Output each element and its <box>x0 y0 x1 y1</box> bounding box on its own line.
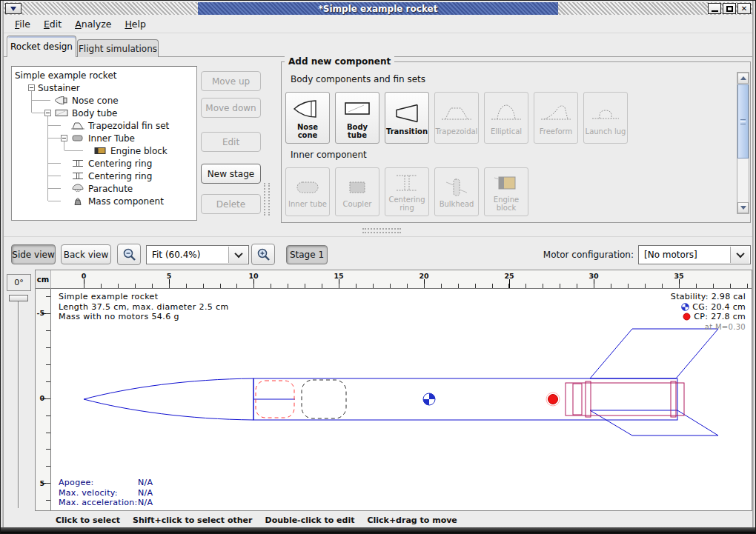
motor-combo-arrow[interactable] <box>730 247 749 263</box>
vertical-splitter-grip[interactable] <box>264 183 270 216</box>
add-freeform-label: Freeform <box>540 127 573 136</box>
motor-configuration-label: Motor configuration: <box>523 250 634 260</box>
menu-analyze[interactable]: Analyze <box>68 16 118 32</box>
cp-label: CP: <box>694 312 708 322</box>
motor-configuration-combobox[interactable]: [No motors] <box>638 245 751 264</box>
new-stage-button[interactable]: New stage <box>201 164 261 184</box>
tab-rocket-design[interactable]: Rocket design <box>7 36 76 57</box>
add-inner-tube-label: Inner tube <box>288 200 327 208</box>
centering-ring-icon <box>70 171 85 181</box>
add-centering-ring-button: Centering ring <box>385 167 429 216</box>
add-body-tube-button[interactable]: Body tube <box>335 92 379 144</box>
back-view-label: Back view <box>64 250 109 260</box>
close-button[interactable]: ✕ <box>737 3 751 14</box>
tree-item-rocket[interactable]: Simple example rocket <box>12 69 196 81</box>
cg-legend-icon <box>681 303 689 311</box>
move-down-label: Move down <box>205 103 256 113</box>
inner-tube-icon <box>70 133 85 143</box>
rocket-design-canvas[interactable]: Simple example rocket Length 37.5 cm, ma… <box>51 289 752 510</box>
zoom-level-combobox[interactable]: Fit (60.4%) <box>146 245 249 264</box>
cg-value: 20.4 cm <box>711 302 746 313</box>
h-tick-label: 10 <box>248 272 258 280</box>
tree-item-centering-ring-1[interactable]: Centering ring <box>12 157 196 170</box>
menu-edit[interactable]: Edit <box>37 16 68 32</box>
title-bar[interactable]: *Simple example rocket ✕ <box>4 2 752 15</box>
tree-item-centering-ring-2[interactable]: Centering ring <box>12 170 196 182</box>
rotation-angle-field[interactable]: 0° <box>7 274 31 291</box>
horizontal-splitter[interactable] <box>4 224 752 236</box>
window-menu-button[interactable] <box>5 3 21 14</box>
hint-click-select: Click to select <box>56 515 120 525</box>
add-trapezoidal-button: Trapezoidal <box>434 92 479 144</box>
max-velocity-value: N/A <box>138 488 153 498</box>
back-view-button[interactable]: Back view <box>61 244 111 264</box>
move-down-button: Move down <box>201 98 261 118</box>
tree-item-sustainer[interactable]: Sustainer <box>12 81 196 94</box>
rotation-slider-handle[interactable] <box>9 295 28 301</box>
tree-item-body-tube[interactable]: Body tube <box>12 107 196 119</box>
parachute-icon <box>70 184 85 193</box>
tab-flight-simulations-label: Flight simulations <box>79 44 157 54</box>
side-view-label: Side view <box>12 250 54 260</box>
maximize-button[interactable] <box>723 3 736 14</box>
tree-item-engine-block[interactable]: Engine block <box>12 144 196 157</box>
mass-component-icon <box>70 196 85 206</box>
scroll-up-icon <box>740 76 746 80</box>
side-view-button[interactable]: Side view <box>11 244 56 264</box>
cp-legend-icon <box>683 313 691 321</box>
zoom-in-button[interactable] <box>251 244 275 265</box>
tree-item-nose-cone-label: Nose cone <box>72 96 119 106</box>
add-bulkhead-button: Bulkhead <box>434 167 479 216</box>
tree-item-inner-tube[interactable]: Inner Tube <box>12 132 196 144</box>
maximize-icon <box>726 6 733 12</box>
trapezoidal-fin-icon <box>70 121 85 130</box>
apogee-value: N/A <box>138 478 153 488</box>
tree-item-sustainer-label: Sustainer <box>38 83 80 93</box>
component-tree[interactable]: Simple example rocket Sustainer Nose con… <box>11 66 197 221</box>
collapse-icon[interactable] <box>28 84 35 91</box>
tree-item-nose-cone[interactable]: Nose cone <box>12 94 196 107</box>
tab-flight-simulations[interactable]: Flight simulations <box>77 39 159 57</box>
menu-file[interactable]: File <box>8 16 37 32</box>
tree-item-parachute-label: Parachute <box>88 184 133 194</box>
add-nose-cone-button[interactable]: Nose cone <box>285 92 330 144</box>
h-tick-label: 30 <box>588 272 598 280</box>
h-tick-label: 15 <box>334 272 343 280</box>
scrollbar-thumb[interactable] <box>737 84 749 158</box>
collapse-icon[interactable] <box>61 135 67 141</box>
body-tube-outline <box>253 378 677 420</box>
zoom-out-button[interactable] <box>117 244 141 265</box>
motor-configuration-value: [No motors] <box>644 250 697 260</box>
menu-help[interactable]: Help <box>118 16 153 32</box>
tree-item-mass-component[interactable]: Mass component <box>12 195 196 207</box>
tree-item-body-tube-label: Body tube <box>72 108 117 119</box>
tree-item-fin-set[interactable]: Trapezoidal fin set <box>12 119 196 132</box>
add-coupler-button: Coupler <box>335 167 379 216</box>
body-components-label: Body components and fin sets <box>291 74 425 84</box>
scroll-down-button[interactable] <box>737 202 749 213</box>
zoom-combo-arrow[interactable] <box>228 247 248 263</box>
add-elliptical-label: Elliptical <box>491 127 522 136</box>
cp-value: 27.8 cm <box>711 312 746 322</box>
mass-component-outline <box>302 380 346 418</box>
add-trapezoidal-label: Trapezoidal <box>436 127 478 136</box>
collapse-icon[interactable] <box>44 110 51 116</box>
zoom-in-icon <box>256 247 271 262</box>
tree-item-centering-ring-1-label: Centering ring <box>88 158 152 169</box>
tree-item-parachute[interactable]: Parachute <box>12 182 196 195</box>
h-tick-label: 0 <box>82 272 87 280</box>
scroll-up-button[interactable] <box>737 73 749 84</box>
v-tick-label: 5 <box>39 479 44 487</box>
tree-item-rocket-label: Simple example rocket <box>15 70 116 81</box>
zoom-level-value: Fit (60.4%) <box>152 250 200 260</box>
minimize-button[interactable] <box>708 3 721 14</box>
status-bar: Click to select Shift+click to select ot… <box>4 512 752 529</box>
add-transition-button[interactable]: Transition <box>385 92 429 144</box>
stage-1-toggle[interactable]: Stage 1 <box>286 245 328 264</box>
rocket-info-block: Simple example rocket Length 37.5 cm, ma… <box>59 292 229 322</box>
add-launch-lug-button: Launch lug <box>583 92 628 144</box>
centering-ring-icon <box>391 172 423 194</box>
engine-block-icon <box>490 172 523 194</box>
rotation-slider-track[interactable] <box>18 298 19 508</box>
component-panel-scrollbar[interactable] <box>737 72 749 214</box>
